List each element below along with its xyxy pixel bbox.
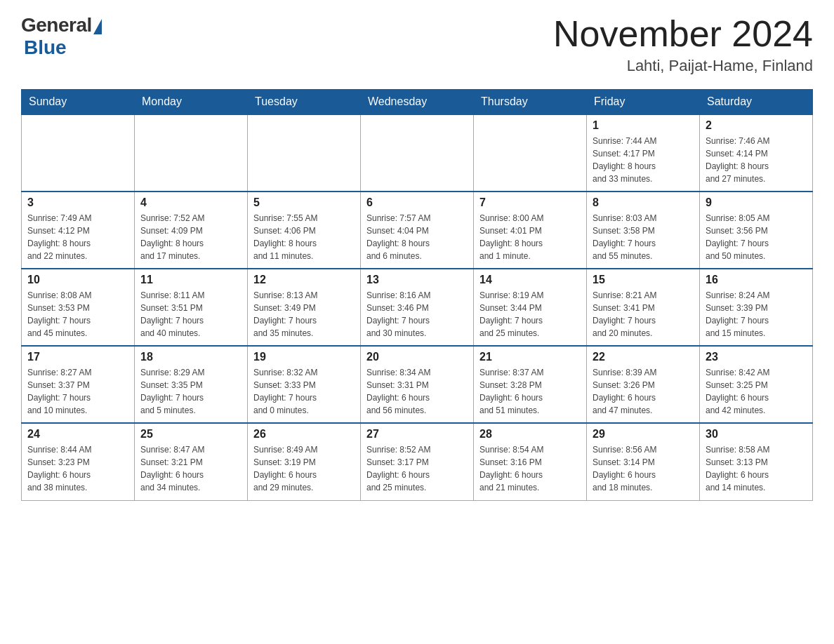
calendar-cell: 7Sunrise: 8:00 AMSunset: 4:01 PMDaylight… [474, 192, 587, 269]
day-number: 25 [140, 428, 241, 441]
logo-general-text: General [21, 14, 92, 36]
day-info: Sunrise: 8:32 AMSunset: 3:33 PMDaylight:… [253, 366, 355, 417]
weekday-header: Friday [587, 90, 700, 115]
calendar-cell: 29Sunrise: 8:56 AMSunset: 3:14 PMDayligh… [587, 423, 700, 500]
day-number: 7 [479, 196, 581, 209]
calendar-cell [361, 114, 474, 192]
day-info: Sunrise: 8:05 AMSunset: 3:56 PMDaylight:… [706, 212, 807, 262]
day-number: 30 [706, 428, 807, 441]
weekday-header: Monday [135, 90, 248, 115]
day-info: Sunrise: 7:57 AMSunset: 4:04 PMDaylight:… [366, 212, 468, 262]
day-number: 11 [140, 274, 241, 286]
day-info: Sunrise: 7:49 AMSunset: 4:12 PMDaylight:… [27, 212, 128, 262]
weekday-header: Tuesday [248, 90, 361, 115]
day-number: 17 [27, 351, 128, 363]
calendar-table: SundayMondayTuesdayWednesdayThursdayFrid… [21, 89, 813, 501]
calendar-week-row: 24Sunrise: 8:44 AMSunset: 3:23 PMDayligh… [22, 423, 813, 500]
day-info: Sunrise: 8:56 AMSunset: 3:14 PMDaylight:… [593, 443, 694, 494]
day-info: Sunrise: 8:49 AMSunset: 3:19 PMDaylight:… [253, 443, 355, 494]
day-info: Sunrise: 8:21 AMSunset: 3:41 PMDaylight:… [593, 289, 694, 340]
day-number: 10 [27, 274, 128, 286]
calendar-week-row: 1Sunrise: 7:44 AMSunset: 4:17 PMDaylight… [22, 114, 813, 192]
calendar-header-row: SundayMondayTuesdayWednesdayThursdayFrid… [22, 90, 813, 115]
day-number: 2 [706, 119, 807, 132]
calendar-cell: 2Sunrise: 7:46 AMSunset: 4:14 PMDaylight… [700, 114, 813, 192]
calendar-cell: 11Sunrise: 8:11 AMSunset: 3:51 PMDayligh… [135, 269, 248, 346]
day-info: Sunrise: 8:11 AMSunset: 3:51 PMDaylight:… [140, 289, 241, 340]
day-info: Sunrise: 8:54 AMSunset: 3:16 PMDaylight:… [479, 443, 581, 494]
calendar-cell: 26Sunrise: 8:49 AMSunset: 3:19 PMDayligh… [248, 423, 361, 500]
calendar-cell: 17Sunrise: 8:27 AMSunset: 3:37 PMDayligh… [22, 346, 135, 423]
calendar-cell [474, 114, 587, 192]
day-info: Sunrise: 8:29 AMSunset: 3:35 PMDaylight:… [140, 366, 241, 417]
day-number: 27 [366, 428, 468, 441]
day-number: 23 [706, 351, 807, 363]
calendar-cell: 21Sunrise: 8:37 AMSunset: 3:28 PMDayligh… [474, 346, 587, 423]
calendar-cell: 20Sunrise: 8:34 AMSunset: 3:31 PMDayligh… [361, 346, 474, 423]
calendar-cell: 13Sunrise: 8:16 AMSunset: 3:46 PMDayligh… [361, 269, 474, 346]
logo-blue-text: Blue [24, 36, 67, 59]
calendar-cell: 14Sunrise: 8:19 AMSunset: 3:44 PMDayligh… [474, 269, 587, 346]
day-number: 20 [366, 351, 468, 363]
day-info: Sunrise: 8:39 AMSunset: 3:26 PMDaylight:… [593, 366, 694, 417]
day-number: 15 [593, 274, 694, 286]
day-info: Sunrise: 7:55 AMSunset: 4:06 PMDaylight:… [253, 212, 355, 262]
calendar-cell: 23Sunrise: 8:42 AMSunset: 3:25 PMDayligh… [700, 346, 813, 423]
day-info: Sunrise: 8:00 AMSunset: 4:01 PMDaylight:… [479, 212, 581, 262]
day-number: 4 [140, 196, 241, 209]
weekday-header: Sunday [22, 90, 135, 115]
calendar-week-row: 10Sunrise: 8:08 AMSunset: 3:53 PMDayligh… [22, 269, 813, 346]
day-number: 8 [593, 196, 694, 209]
calendar-week-row: 3Sunrise: 7:49 AMSunset: 4:12 PMDaylight… [22, 192, 813, 269]
day-number: 28 [479, 428, 581, 441]
day-info: Sunrise: 8:42 AMSunset: 3:25 PMDaylight:… [706, 366, 807, 417]
calendar-cell: 5Sunrise: 7:55 AMSunset: 4:06 PMDaylight… [248, 192, 361, 269]
calendar-cell: 3Sunrise: 7:49 AMSunset: 4:12 PMDaylight… [22, 192, 135, 269]
calendar-cell: 24Sunrise: 8:44 AMSunset: 3:23 PMDayligh… [22, 423, 135, 500]
calendar-cell: 15Sunrise: 8:21 AMSunset: 3:41 PMDayligh… [587, 269, 700, 346]
calendar-cell: 4Sunrise: 7:52 AMSunset: 4:09 PMDaylight… [135, 192, 248, 269]
weekday-header: Wednesday [361, 90, 474, 115]
weekday-header: Saturday [700, 90, 813, 115]
day-number: 16 [706, 274, 807, 286]
calendar-cell: 25Sunrise: 8:47 AMSunset: 3:21 PMDayligh… [135, 423, 248, 500]
day-info: Sunrise: 8:37 AMSunset: 3:28 PMDaylight:… [479, 366, 581, 417]
day-info: Sunrise: 8:03 AMSunset: 3:58 PMDaylight:… [593, 212, 694, 262]
calendar-cell: 1Sunrise: 7:44 AMSunset: 4:17 PMDaylight… [587, 114, 700, 192]
day-info: Sunrise: 8:19 AMSunset: 3:44 PMDaylight:… [479, 289, 581, 340]
day-number: 5 [253, 196, 355, 209]
day-info: Sunrise: 7:52 AMSunset: 4:09 PMDaylight:… [140, 212, 241, 262]
day-number: 19 [253, 351, 355, 363]
day-number: 21 [479, 351, 581, 363]
day-info: Sunrise: 8:58 AMSunset: 3:13 PMDaylight:… [706, 443, 807, 494]
weekday-header: Thursday [474, 90, 587, 115]
calendar-cell: 30Sunrise: 8:58 AMSunset: 3:13 PMDayligh… [700, 423, 813, 500]
page-title: November 2024 [553, 14, 813, 54]
day-info: Sunrise: 8:27 AMSunset: 3:37 PMDaylight:… [27, 366, 128, 417]
day-number: 13 [366, 274, 468, 286]
day-number: 9 [706, 196, 807, 209]
day-number: 26 [253, 428, 355, 441]
calendar-cell [22, 114, 135, 192]
day-info: Sunrise: 8:52 AMSunset: 3:17 PMDaylight:… [366, 443, 468, 494]
day-info: Sunrise: 7:46 AMSunset: 4:14 PMDaylight:… [706, 135, 807, 185]
calendar-cell: 12Sunrise: 8:13 AMSunset: 3:49 PMDayligh… [248, 269, 361, 346]
title-block: November 2024 Lahti, Paijat-Hame, Finlan… [553, 14, 813, 75]
day-number: 3 [27, 196, 128, 209]
logo: General Blue [21, 14, 102, 59]
calendar-cell: 22Sunrise: 8:39 AMSunset: 3:26 PMDayligh… [587, 346, 700, 423]
logo-triangle-icon [93, 19, 102, 34]
calendar-week-row: 17Sunrise: 8:27 AMSunset: 3:37 PMDayligh… [22, 346, 813, 423]
day-number: 1 [593, 119, 694, 132]
calendar-cell: 19Sunrise: 8:32 AMSunset: 3:33 PMDayligh… [248, 346, 361, 423]
day-number: 29 [593, 428, 694, 441]
page-subtitle: Lahti, Paijat-Hame, Finland [553, 57, 813, 75]
page-header: General Blue November 2024 Lahti, Paijat… [21, 14, 813, 75]
day-number: 18 [140, 351, 241, 363]
calendar-cell: 18Sunrise: 8:29 AMSunset: 3:35 PMDayligh… [135, 346, 248, 423]
calendar-cell [248, 114, 361, 192]
day-info: Sunrise: 8:08 AMSunset: 3:53 PMDaylight:… [27, 289, 128, 340]
day-number: 6 [366, 196, 468, 209]
day-info: Sunrise: 8:44 AMSunset: 3:23 PMDaylight:… [27, 443, 128, 494]
calendar-cell: 10Sunrise: 8:08 AMSunset: 3:53 PMDayligh… [22, 269, 135, 346]
